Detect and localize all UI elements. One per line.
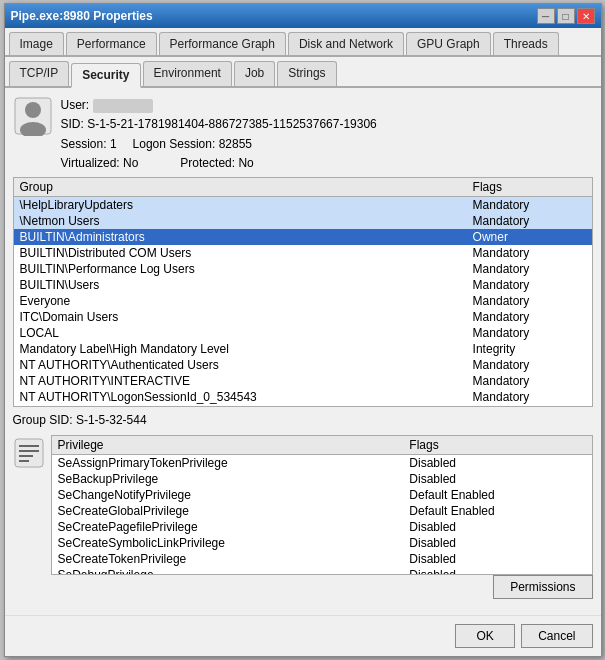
user-icon	[13, 96, 53, 136]
table-row[interactable]: BUILTIN\Performance Log UsersMandatory	[14, 261, 592, 277]
bottom-buttons: OK Cancel	[5, 615, 601, 656]
tab-image[interactable]: Image	[9, 32, 64, 55]
table-row[interactable]: BUILTIN\UsersMandatory	[14, 277, 592, 293]
tab-performance[interactable]: Performance	[66, 32, 157, 55]
table-row[interactable]: SeDebugPrivilegeDisabled	[52, 567, 592, 575]
title-bar: Pipe.exe:8980 Properties ─ □ ✕	[5, 4, 601, 28]
user-name-blurred	[93, 99, 153, 113]
table-row[interactable]: \Netmon UsersMandatory	[14, 213, 592, 229]
priv-flags-col-header: Flags	[403, 436, 591, 455]
svg-rect-3	[15, 439, 43, 467]
ok-button[interactable]: OK	[455, 624, 515, 648]
svg-point-1	[25, 102, 41, 118]
svg-rect-6	[19, 455, 33, 457]
tab-threads[interactable]: Threads	[493, 32, 559, 55]
table-row[interactable]: BUILTIN\AdministratorsOwner	[14, 229, 592, 245]
tab-disk-network[interactable]: Disk and Network	[288, 32, 404, 55]
window-title: Pipe.exe:8980 Properties	[11, 9, 153, 23]
sid-value: S-1-5-21-1781981404-886727385-1152537667…	[87, 117, 377, 131]
main-window: Pipe.exe:8980 Properties ─ □ ✕ Image Per…	[4, 3, 602, 657]
session-value: 1	[110, 137, 117, 151]
session-label: Session:	[61, 137, 107, 151]
sid-label: SID:	[61, 117, 84, 131]
cancel-button[interactable]: Cancel	[521, 624, 592, 648]
privilege-col-header: Privilege	[52, 436, 404, 455]
tab-tcpip[interactable]: TCP/IP	[9, 61, 70, 86]
tab-strings[interactable]: Strings	[277, 61, 336, 86]
svg-rect-5	[19, 450, 39, 452]
flags-col-header: Flags	[467, 178, 592, 197]
title-controls: ─ □ ✕	[537, 8, 595, 24]
tab-security[interactable]: Security	[71, 63, 140, 88]
tabs-row-2: TCP/IP Security Environment Job Strings	[5, 57, 601, 88]
group-col-header: Group	[14, 178, 467, 197]
privileges-table: Privilege Flags SeAssignPrimaryTokenPriv…	[52, 436, 592, 575]
protected-label: Protected:	[180, 156, 235, 170]
table-row[interactable]: Mandatory Label\High Mandatory LevelInte…	[14, 341, 592, 357]
table-row[interactable]: SeAssignPrimaryTokenPrivilegeDisabled	[52, 454, 592, 471]
logon-session-label: Logon Session:	[133, 137, 216, 151]
table-row[interactable]: SeBackupPrivilegeDisabled	[52, 471, 592, 487]
table-row[interactable]: ITC\Domain UsersMandatory	[14, 309, 592, 325]
table-row[interactable]: LOCALMandatory	[14, 325, 592, 341]
table-row[interactable]: NT AUTHORITY\INTERACTIVEMandatory	[14, 373, 592, 389]
table-row[interactable]: BUILTIN\Distributed COM UsersMandatory	[14, 245, 592, 261]
privileges-table-container[interactable]: Privilege Flags SeAssignPrimaryTokenPriv…	[51, 435, 593, 575]
table-row[interactable]: SeCreateGlobalPrivilegeDefault Enabled	[52, 503, 592, 519]
privilege-section: Privilege Flags SeAssignPrimaryTokenPriv…	[13, 435, 593, 575]
groups-table-container[interactable]: Group Flags \HelpLibraryUpdatersMandator…	[13, 177, 593, 407]
table-row[interactable]: NT AUTHORITY\LogonSessionId_0_534543Mand…	[14, 389, 592, 405]
table-row[interactable]: \HelpLibraryUpdatersMandatory	[14, 196, 592, 213]
tabs-row-1: Image Performance Performance Graph Disk…	[5, 28, 601, 57]
virtualized-value: No	[123, 156, 138, 170]
user-label: User:	[61, 98, 90, 112]
table-row[interactable]: SeCreatePagefilePrivilegeDisabled	[52, 519, 592, 535]
table-row[interactable]: SeCreateSymbolicLinkPrivilegeDisabled	[52, 535, 592, 551]
table-row[interactable]: SeCreateTokenPrivilegeDisabled	[52, 551, 592, 567]
table-row[interactable]: NT AUTHORITY\This OrganizationMandatory	[14, 405, 592, 407]
svg-rect-7	[19, 460, 29, 462]
user-info: User: SID: S-1-5-21-1781981404-886727385…	[61, 96, 593, 173]
minimize-button[interactable]: ─	[537, 8, 555, 24]
tab-environment[interactable]: Environment	[143, 61, 232, 86]
groups-table: Group Flags \HelpLibraryUpdatersMandator…	[14, 178, 592, 407]
table-row[interactable]: EveryoneMandatory	[14, 293, 592, 309]
content-area: User: SID: S-1-5-21-1781981404-886727385…	[5, 88, 601, 611]
svg-rect-4	[19, 445, 39, 447]
privilege-icon	[13, 437, 45, 469]
tab-performance-graph[interactable]: Performance Graph	[159, 32, 286, 55]
close-button[interactable]: ✕	[577, 8, 595, 24]
tab-job[interactable]: Job	[234, 61, 275, 86]
permissions-button[interactable]: Permissions	[493, 575, 592, 599]
group-sid-row: Group SID: S-1-5-32-544	[13, 411, 593, 429]
table-row[interactable]: SeChangeNotifyPrivilegeDefault Enabled	[52, 487, 592, 503]
user-section: User: SID: S-1-5-21-1781981404-886727385…	[13, 96, 593, 173]
group-sid-value: S-1-5-32-544	[76, 413, 147, 427]
maximize-button[interactable]: □	[557, 8, 575, 24]
virtualized-label: Virtualized:	[61, 156, 120, 170]
table-row[interactable]: NT AUTHORITY\Authenticated UsersMandator…	[14, 357, 592, 373]
logon-session-value: 82855	[219, 137, 252, 151]
protected-value: No	[238, 156, 253, 170]
tab-gpu-graph[interactable]: GPU Graph	[406, 32, 491, 55]
group-sid-label: Group SID:	[13, 413, 73, 427]
permissions-btn-row: Permissions	[13, 575, 593, 599]
